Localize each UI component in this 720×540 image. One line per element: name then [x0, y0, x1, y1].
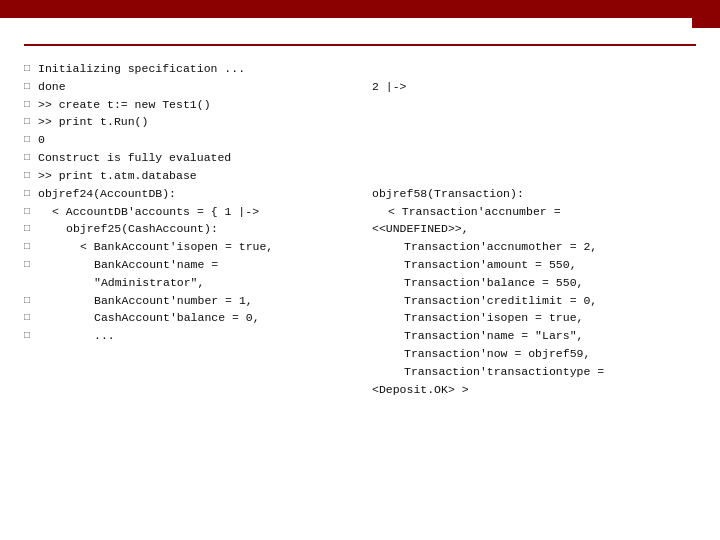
left-line-3: □>> print t.Run() — [24, 113, 364, 131]
code-text-14: CashAccount'balance = 0, — [38, 309, 364, 327]
bullet-2: □ — [24, 96, 38, 113]
left-line-8: □< AccountDB'accounts = { 1 |-> — [24, 203, 364, 221]
right-line-2: <<UNDEFINED>>, — [372, 220, 696, 238]
left-column: □Initializing specification ...□done□>> … — [24, 60, 364, 398]
top-bar — [0, 0, 720, 18]
code-text-15: ... — [38, 327, 364, 345]
right-line-0: objref58(Transaction): — [372, 185, 696, 203]
left-line-7: □objref24(AccountDB): — [24, 185, 364, 203]
bullet-5: □ — [24, 149, 38, 166]
code-text-3: >> print t.Run() — [38, 113, 364, 131]
left-line-10: □< BankAccount'isopen = true, — [24, 238, 364, 256]
left-line-13: □BankAccount'number = 1, — [24, 292, 364, 310]
bullet-13: □ — [24, 292, 38, 309]
right-prompt: 2 |-> — [372, 78, 696, 96]
left-line-2: □>> create t:= new Test1() — [24, 96, 364, 114]
bullet-14: □ — [24, 309, 38, 326]
bullet-11: □ — [24, 256, 38, 273]
code-text-11: BankAccount'name = — [38, 256, 364, 274]
right-spacer2-0 — [372, 96, 696, 114]
code-text-8: < AccountDB'accounts = { 1 |-> — [38, 203, 364, 221]
code-text-1: done — [38, 78, 364, 96]
right-line-6: Transaction'creditlimit = 0, — [372, 292, 696, 310]
right-spacer2-4 — [372, 167, 696, 185]
code-text-7: objref24(AccountDB): — [38, 185, 364, 203]
bullet-4: □ — [24, 131, 38, 148]
code-area: □Initializing specification ...□done□>> … — [24, 60, 696, 398]
right-spacer-0 — [372, 60, 696, 78]
right-line-3: Transaction'accnumother = 2, — [372, 238, 696, 256]
right-line-9: Transaction'now = objref59, — [372, 345, 696, 363]
right-line-4: Transaction'amount = 550, — [372, 256, 696, 274]
code-text-13: BankAccount'number = 1, — [38, 292, 364, 310]
code-text-9: objref25(CashAccount): — [38, 220, 364, 238]
right-line-5: Transaction'balance = 550, — [372, 274, 696, 292]
left-line-14: □CashAccount'balance = 0, — [24, 309, 364, 327]
left-line-4: □0 — [24, 131, 364, 149]
bullet-10: □ — [24, 238, 38, 255]
left-line-12: "Administrator", — [24, 274, 364, 292]
right-line-1: < Transaction'accnumber = — [372, 203, 696, 221]
bullet-9: □ — [24, 220, 38, 237]
left-line-6: □>> print t.atm.database — [24, 167, 364, 185]
code-text-6: >> print t.atm.database — [38, 167, 364, 185]
right-spacer2-2 — [372, 131, 696, 149]
bullet-0: □ — [24, 60, 38, 77]
right-column: 2 |-> objref58(Transaction):< Transactio… — [364, 60, 696, 398]
left-line-0: □Initializing specification ... — [24, 60, 364, 78]
left-line-11: □BankAccount'name = — [24, 256, 364, 274]
code-text-0: Initializing specification ... — [38, 60, 364, 78]
left-line-15: □... — [24, 327, 364, 345]
title-divider — [24, 44, 696, 46]
main-content: □Initializing specification ...□done□>> … — [0, 18, 720, 540]
left-line-5: □Construct is fully evaluated — [24, 149, 364, 167]
bullet-3: □ — [24, 113, 38, 130]
right-line-7: Transaction'isopen = true, — [372, 309, 696, 327]
code-text-4: 0 — [38, 131, 364, 149]
bullet-15: □ — [24, 327, 38, 344]
left-line-1: □done — [24, 78, 364, 96]
bullet-6: □ — [24, 167, 38, 184]
right-line-8: Transaction'name = "Lars", — [372, 327, 696, 345]
code-text-10: < BankAccount'isopen = true, — [38, 238, 364, 256]
code-text-5: Construct is fully evaluated — [38, 149, 364, 167]
right-line-10: Transaction'transactiontype = — [372, 363, 696, 381]
code-text-2: >> create t:= new Test1() — [38, 96, 364, 114]
right-line-11: <Deposit.OK> > — [372, 381, 696, 399]
right-spacer2-1 — [372, 113, 696, 131]
right-spacer2-3 — [372, 149, 696, 167]
bullet-8: □ — [24, 203, 38, 220]
bullet-7: □ — [24, 185, 38, 202]
bullet-12 — [24, 274, 38, 275]
bullet-1: □ — [24, 78, 38, 95]
left-line-9: □objref25(CashAccount): — [24, 220, 364, 238]
code-text-12: "Administrator", — [38, 274, 364, 292]
